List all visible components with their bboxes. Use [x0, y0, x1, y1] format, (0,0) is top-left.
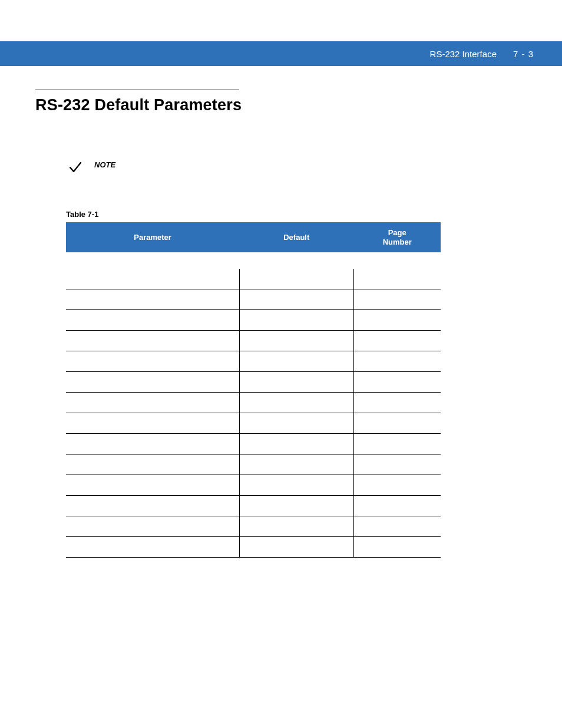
cell-default: [239, 331, 353, 351]
cell-parameter: [66, 372, 239, 393]
cell-parameter: [66, 516, 239, 537]
cell-page-number: [353, 496, 441, 516]
table-row: [66, 372, 441, 393]
col-header-page-number: Page Number: [353, 222, 441, 252]
cell-parameter: [66, 269, 239, 289]
cell-page-number: [353, 434, 441, 454]
header-page-number: 7 - 3: [513, 49, 534, 59]
cell-page-number: [353, 351, 441, 372]
cell-parameter: [66, 537, 239, 558]
table-row: [66, 496, 441, 516]
cell-default: [239, 351, 353, 372]
cell-default: [239, 310, 353, 331]
cell-parameter: [66, 496, 239, 516]
table-row: [66, 393, 441, 413]
page-content: RS-232 Default Parameters NOTE Table 7-1…: [0, 90, 562, 558]
cell-parameter: [66, 434, 239, 454]
cell-page-number: [353, 413, 441, 434]
cell-page-number: [353, 475, 441, 496]
table-row: [66, 537, 441, 558]
table-row: [66, 516, 441, 537]
table-header-row: Parameter Default Page Number: [66, 222, 441, 252]
cell-default: [239, 516, 353, 537]
cell-default: [239, 496, 353, 516]
header-title: RS-232 Interface: [430, 49, 497, 59]
cell-parameter: [66, 454, 239, 475]
cell-parameter: [66, 393, 239, 413]
parameters-table: Parameter Default Page Number: [66, 222, 441, 558]
table-row: [66, 289, 441, 310]
col-header-parameter: Parameter: [66, 222, 239, 252]
cell-default: [239, 393, 353, 413]
table-row: [66, 310, 441, 331]
page-header-bar: RS-232 Interface 7 - 3: [0, 41, 562, 66]
table-row: [66, 413, 441, 434]
cell-page-number: [353, 516, 441, 537]
cell-parameter: [66, 331, 239, 351]
cell-parameter: [66, 475, 239, 496]
top-margin: [0, 0, 562, 41]
cell-parameter: [66, 310, 239, 331]
check-icon: [68, 160, 82, 174]
cell-page-number: [353, 269, 441, 289]
table-caption: Table 7-1: [66, 210, 441, 219]
note-callout: NOTE: [68, 160, 533, 174]
cell-parameter: [66, 413, 239, 434]
cell-page-number: [353, 372, 441, 393]
table-row: [66, 331, 441, 351]
table-row: [66, 454, 441, 475]
cell-default: [239, 475, 353, 496]
cell-default: [239, 454, 353, 475]
table-row: [66, 351, 441, 372]
section-title: RS-232 Default Parameters: [35, 96, 533, 114]
cell-page-number: [353, 331, 441, 351]
cell-default: [239, 537, 353, 558]
cell-page-number: [353, 310, 441, 331]
table-row: [66, 475, 441, 496]
cell-default: [239, 413, 353, 434]
cell-parameter: [66, 289, 239, 310]
cell-parameter: [66, 351, 239, 372]
table-section-cell: [66, 252, 441, 269]
cell-page-number: [353, 454, 441, 475]
col-header-default: Default: [239, 222, 353, 252]
title-rule: [35, 90, 239, 90]
cell-default: [239, 372, 353, 393]
cell-default: [239, 434, 353, 454]
table-block: Table 7-1 Parameter Default Page Number: [66, 210, 441, 558]
cell-page-number: [353, 537, 441, 558]
cell-default: [239, 289, 353, 310]
table-row: [66, 269, 441, 289]
cell-page-number: [353, 393, 441, 413]
table-row: [66, 434, 441, 454]
note-label: NOTE: [94, 160, 115, 169]
cell-page-number: [353, 289, 441, 310]
table-section-row: [66, 252, 441, 269]
cell-default: [239, 269, 353, 289]
